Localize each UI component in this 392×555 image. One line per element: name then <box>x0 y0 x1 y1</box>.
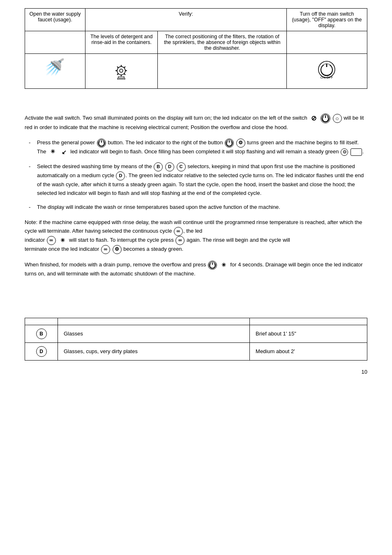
dash-3: - <box>25 203 37 212</box>
col4-empty <box>286 31 367 54</box>
cycle-header-empty1 <box>25 318 58 325</box>
spacer1 <box>25 101 367 113</box>
bullet-item-3: - The display will indicate the wash or … <box>25 203 367 212</box>
svg-line-9 <box>124 67 125 68</box>
p1-text1: Activate the wall switch. Two small illu… <box>25 115 307 121</box>
col4-header: Turn off the main switch (usage), "OFF" … <box>286 9 367 31</box>
infinity-icon-3: ∞ <box>175 236 184 245</box>
cycle-row1-duration: Brief about 1' 15" <box>250 325 367 342</box>
infinity-icon-4: ∞ <box>101 245 110 254</box>
faucet-image-cell: 🚿 <box>25 54 85 89</box>
cycle-row2-desc: Glasses, cups, very dirty plates <box>58 342 250 360</box>
drain-paragraph: When finished, for models with a drain p… <box>25 261 367 278</box>
selector-b-icon: B <box>154 162 163 171</box>
cycle-row1-desc: Glasses <box>58 325 250 342</box>
onoff-icon: ON-OFF <box>314 57 340 84</box>
power-svg <box>321 114 330 123</box>
gear-icon-small: ⚙ <box>236 139 245 148</box>
power-icon-3 <box>225 139 234 148</box>
gear-icon-2: ⚙ <box>113 245 122 254</box>
power-icon-2 <box>97 139 106 148</box>
note-paragraph: Note: if the machine came equipped with … <box>25 218 367 254</box>
note-text1: Note: if the machine came equipped with … <box>25 219 362 234</box>
selector-d-icon: D <box>165 162 174 171</box>
svg-line-10 <box>117 74 118 75</box>
paragraph1: Activate the wall switch. Two small illu… <box>25 113 367 132</box>
svg-line-8 <box>124 74 125 75</box>
starburst-icon: ✳ <box>48 148 57 157</box>
bullet-item-2: - Select the desired washing time by mea… <box>25 162 367 198</box>
faucet-icon: 🚿 <box>44 58 66 83</box>
spacer3 <box>25 297 367 310</box>
col1-empty <box>25 31 85 54</box>
detergent-image-cell <box>85 54 157 89</box>
filter-image-cell <box>158 54 287 89</box>
infinity-icon: ∞ <box>174 227 183 236</box>
svg-text:ON-OFF: ON-OFF <box>321 76 333 79</box>
drain-starburst-icon: ✳ <box>219 261 228 270</box>
arrow-icon: ↙ <box>60 148 69 157</box>
infinity-icon-2: ∞ <box>47 236 56 245</box>
dash-2: - <box>25 162 37 198</box>
cycle-table: B Glasses Brief about 1' 15" D Glasses, … <box>25 318 367 361</box>
dash-1: - <box>25 139 37 157</box>
starburst-icon2: ✳ <box>58 236 67 245</box>
selector-c-icon: C <box>177 162 186 171</box>
o-icon: ○ <box>333 114 342 123</box>
circle-icon-small: ⊙ <box>341 148 348 156</box>
onoff-image-cell: ON-OFF <box>286 54 367 89</box>
cycle-row2-duration: Medium about 2' <box>250 342 367 360</box>
col2-header: The levels of detergent and rinse-aid in… <box>85 31 157 54</box>
svg-rect-12 <box>118 78 125 79</box>
verify-label: Verify: <box>179 11 193 17</box>
svg-text:🚿: 🚿 <box>44 58 65 77</box>
page-number: 10 <box>362 369 367 375</box>
col1-header: Open the water supply faucet (usage). <box>25 9 85 31</box>
selector-d-icon2: D <box>116 171 125 180</box>
svg-point-1 <box>117 67 125 75</box>
cycle-row1-icon: B <box>25 325 58 342</box>
cycle-row2-icon: D <box>25 342 58 360</box>
selector-b-icon-table: B <box>36 328 47 339</box>
bullet-content-1: Press the general power button. The led … <box>37 139 367 157</box>
bullet-item-1: - Press the general power button. The le… <box>25 139 367 157</box>
spacer2 <box>25 285 367 297</box>
svg-point-2 <box>120 69 123 72</box>
detergent-icon <box>110 58 133 83</box>
bullet-content-3: The display will indicate the wash or ri… <box>37 203 367 212</box>
col3-text: The correct positioning of the filters, … <box>158 31 287 54</box>
power-btn-svg2 <box>225 139 233 147</box>
drain-power-svg <box>208 261 217 269</box>
power-btn-svg <box>97 139 106 147</box>
verify-table: Open the water supply faucet (usage). Ve… <box>25 8 367 89</box>
slash-o-icon: ⊘ <box>309 114 318 123</box>
bullet-list: - Press the general power button. The le… <box>25 139 367 212</box>
selector-d-icon-table: D <box>36 346 47 357</box>
drain-power-icon <box>208 261 217 270</box>
power-icon-1 <box>321 113 330 123</box>
bullet-content-2: Select the desired washing time by means… <box>37 162 367 198</box>
cycle-header-empty3 <box>250 318 367 325</box>
drain-text1: When finished, for models with a drain p… <box>25 261 206 268</box>
cycle-header-empty2 <box>58 318 250 325</box>
rect-icon-1 <box>350 148 362 156</box>
page-number-container: 10 <box>25 369 367 375</box>
svg-rect-11 <box>118 76 124 78</box>
verify-header: Verify: <box>85 9 286 31</box>
svg-line-7 <box>117 67 118 68</box>
